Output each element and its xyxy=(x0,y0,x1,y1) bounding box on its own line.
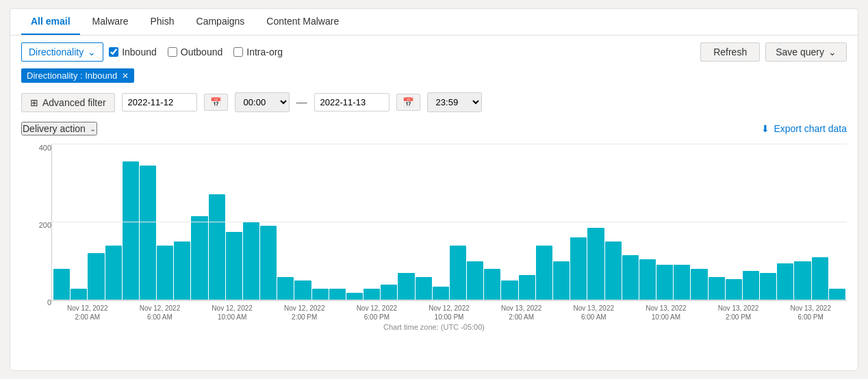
bar[interactable] xyxy=(329,289,346,300)
x-label: Nov 13, 202210:00 AM xyxy=(630,304,702,322)
export-icon: ⬇ xyxy=(761,123,769,134)
y-axis: 400 200 0 xyxy=(21,144,51,322)
bars-row xyxy=(52,144,847,300)
bar[interactable] xyxy=(553,261,570,300)
export-label: Export chart data xyxy=(774,123,847,134)
bar[interactable] xyxy=(294,280,311,300)
start-date-calendar-button[interactable]: 📅 xyxy=(204,94,228,111)
bar[interactable] xyxy=(71,289,87,300)
bar[interactable] xyxy=(243,222,259,301)
bar[interactable] xyxy=(209,194,225,300)
save-query-button[interactable]: Save query ⌄ xyxy=(765,42,847,62)
bar[interactable] xyxy=(123,161,139,300)
bar[interactable] xyxy=(536,246,552,300)
end-time-select[interactable]: 23:5900:0006:0012:0018:00 xyxy=(427,92,482,112)
bar[interactable] xyxy=(416,277,432,300)
bar[interactable] xyxy=(794,261,810,300)
outbound-label: Outbound xyxy=(181,47,223,57)
bar[interactable] xyxy=(777,263,793,300)
intraorg-checkbox-item[interactable]: Intra-org xyxy=(233,47,283,57)
tab-phish[interactable]: Phish xyxy=(141,9,184,35)
bar[interactable] xyxy=(622,255,639,300)
x-label: Nov 13, 20222:00 PM xyxy=(702,304,775,322)
bar[interactable] xyxy=(450,246,466,300)
bar[interactable] xyxy=(691,269,707,300)
bar[interactable] xyxy=(88,253,104,300)
bar[interactable] xyxy=(105,246,122,300)
x-label: Nov 12, 20222:00 PM xyxy=(268,304,341,322)
advanced-filter-button[interactable]: ⊞ Advanced filter xyxy=(21,93,115,112)
bar[interactable] xyxy=(398,273,414,300)
bar[interactable] xyxy=(656,265,673,300)
bar[interactable] xyxy=(605,241,622,300)
inbound-checkbox[interactable] xyxy=(109,47,118,57)
x-label: Nov 12, 20226:00 AM xyxy=(124,304,196,322)
bar[interactable] xyxy=(709,277,725,300)
bar[interactable] xyxy=(433,287,449,300)
outbound-checkbox[interactable] xyxy=(168,47,177,57)
bar[interactable] xyxy=(760,273,776,300)
y-tick-400: 400 xyxy=(39,144,51,152)
bar[interactable] xyxy=(674,265,690,300)
bar[interactable] xyxy=(587,228,604,300)
bar[interactable] xyxy=(157,246,173,300)
end-date-calendar-button[interactable]: 📅 xyxy=(396,94,420,111)
save-query-chevron: ⌄ xyxy=(828,47,837,57)
tab-content-malware[interactable]: Content Malware xyxy=(257,9,348,35)
inbound-checkbox-item[interactable]: Inbound xyxy=(109,47,157,57)
bar[interactable] xyxy=(226,232,242,300)
bar[interactable] xyxy=(467,261,483,300)
x-axis: Nov 12, 20222:00 AMNov 12, 20226:00 AMNo… xyxy=(51,301,847,322)
tab-malware[interactable]: Malware xyxy=(83,9,138,35)
x-label: Nov 12, 202210:00 AM xyxy=(196,304,268,322)
bar[interactable] xyxy=(191,216,207,300)
chart-container: 400 200 0 Nov 12, 20222:00 AMNov 12, 202… xyxy=(21,144,847,322)
tab-all-email[interactable]: All email xyxy=(21,9,80,35)
calendar-icon: 📅 xyxy=(210,97,222,107)
bar[interactable] xyxy=(570,237,587,300)
bar[interactable] xyxy=(260,226,277,300)
x-label: Nov 13, 20226:00 PM xyxy=(774,304,847,322)
start-date-input[interactable] xyxy=(122,93,197,112)
bar[interactable] xyxy=(484,269,500,300)
calendar-icon-end: 📅 xyxy=(403,97,414,107)
refresh-button[interactable]: Refresh xyxy=(700,42,760,62)
intraorg-checkbox[interactable] xyxy=(233,47,243,57)
tab-campaigns[interactable]: Campaigns xyxy=(187,9,255,35)
start-time-select[interactable]: 00:0006:0012:0018:0023:59 xyxy=(235,92,290,112)
chart-area: 400 200 0 Nov 12, 20222:00 AMNov 12, 202… xyxy=(10,138,858,337)
outbound-checkbox-item[interactable]: Outbound xyxy=(168,47,223,57)
checkbox-group: Inbound Outbound Intra-org xyxy=(109,47,695,57)
end-date-input[interactable] xyxy=(314,93,390,112)
intraorg-label: Intra-org xyxy=(246,47,283,57)
bar[interactable] xyxy=(519,275,535,300)
bar[interactable] xyxy=(140,166,156,301)
main-container: All email Malware Phish Campaigns Conten… xyxy=(10,8,858,371)
tab-bar: All email Malware Phish Campaigns Conten… xyxy=(10,9,858,36)
bar[interactable] xyxy=(174,241,190,300)
bar[interactable] xyxy=(829,289,845,300)
bar[interactable] xyxy=(639,259,656,300)
x-label: Nov 13, 20222:00 AM xyxy=(485,304,558,322)
directionality-tag: Directionality : Inbound ✕ xyxy=(21,68,134,83)
bar[interactable] xyxy=(501,280,518,300)
bar[interactable] xyxy=(277,277,294,300)
bar[interactable] xyxy=(363,289,380,300)
delivery-action-button[interactable]: Delivery action ⌄ xyxy=(21,122,97,135)
tag-row: Directionality : Inbound ✕ xyxy=(10,68,858,88)
bar[interactable] xyxy=(726,279,742,300)
tag-close-button[interactable]: ✕ xyxy=(122,71,129,81)
x-label: Nov 12, 20222:00 AM xyxy=(51,304,124,322)
bar[interactable] xyxy=(346,293,363,300)
bar[interactable] xyxy=(381,285,397,300)
bar[interactable] xyxy=(743,271,759,300)
bar[interactable] xyxy=(312,289,329,300)
bar[interactable] xyxy=(812,257,828,300)
bars-area xyxy=(51,144,847,301)
directionality-button[interactable]: Directionality ⌄ xyxy=(21,42,103,62)
export-chart-button[interactable]: ⬇ Export chart data xyxy=(761,123,847,134)
delivery-action-label: Delivery action xyxy=(23,123,86,134)
bar[interactable] xyxy=(53,269,70,300)
inbound-label: Inbound xyxy=(122,47,157,57)
chart-inner: Nov 12, 20222:00 AMNov 12, 20226:00 AMNo… xyxy=(51,144,847,322)
